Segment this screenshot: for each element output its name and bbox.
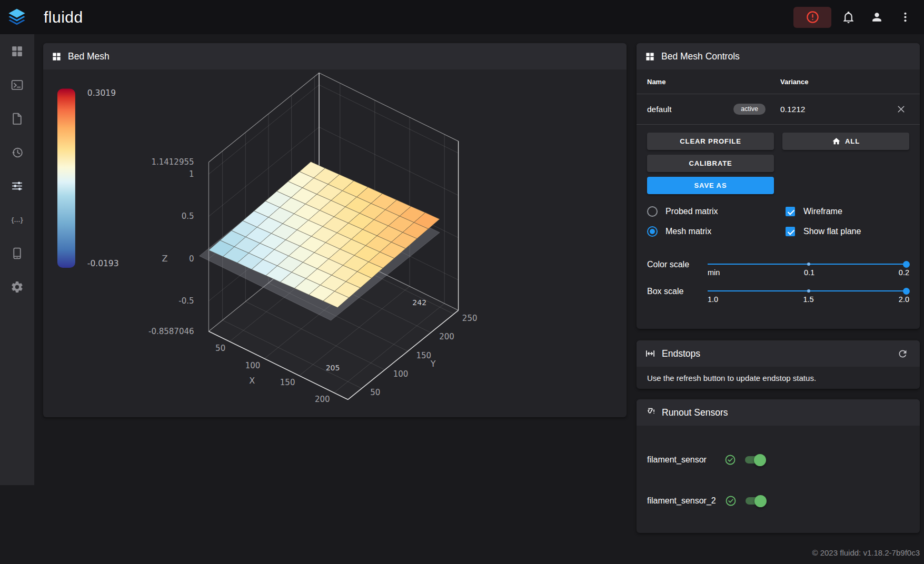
- refresh-endstops-button[interactable]: [893, 345, 911, 362]
- colorbar: 0.3019-0.0193: [57, 88, 119, 268]
- endstops-header: Endstops: [637, 340, 920, 367]
- profile-row[interactable]: default active 0.1212: [647, 94, 909, 124]
- runout-sensors-card: Runout Sensors filament_sensor filament_…: [637, 399, 920, 533]
- mesh-matrix-radio[interactable]: Mesh matrix: [647, 224, 785, 239]
- clear-profile-button[interactable]: CLEAR PROFILE: [647, 133, 774, 150]
- bed-mesh-card: Bed Mesh 0.3019-0.01931.141295510.50-0.5…: [43, 43, 627, 417]
- sidebar-item-device[interactable]: [0, 236, 34, 270]
- runout-sensors-title: Runout Sensors: [662, 407, 728, 418]
- svg-text:250: 250: [462, 314, 478, 323]
- svg-text:1.1412955: 1.1412955: [152, 157, 194, 167]
- sidebar-item-history[interactable]: [0, 135, 34, 169]
- sensor-toggle[interactable]: [746, 497, 764, 505]
- sensor-row: filament_sensor_2: [637, 480, 920, 521]
- bed-mesh-title: Bed Mesh: [68, 51, 110, 62]
- bed-mesh-plot[interactable]: 0.3019-0.01931.141295510.50-0.5-0.858704…: [43, 69, 627, 417]
- radio-icon: [647, 206, 658, 217]
- color-scale-row: Color scale min 0.1 0.2: [647, 259, 909, 277]
- profile-variance: 0.1212: [780, 105, 893, 114]
- box-scale-slider[interactable]: 1.0 1.5 2.0: [708, 286, 909, 304]
- show-flat-plane-checkbox[interactable]: Show flat plane: [785, 224, 909, 239]
- sidebar-item-macros[interactable]: {…}: [0, 203, 34, 236]
- slider-mid-tick: [807, 289, 810, 293]
- box-scale-label: Box scale: [647, 286, 708, 304]
- column-name: Name: [647, 78, 780, 86]
- dashboard-icon: [11, 45, 24, 58]
- color-scale-label: Color scale: [647, 259, 708, 277]
- svg-text:{…}: {…}: [11, 216, 23, 224]
- calibrate-button[interactable]: CALIBRATE: [647, 155, 774, 172]
- probed-matrix-radio[interactable]: Probed matrix: [647, 204, 785, 219]
- svg-text:200: 200: [315, 395, 330, 404]
- sensor-row: filament_sensor: [637, 439, 920, 480]
- svg-text:-0.5: -0.5: [178, 296, 194, 306]
- endstops-message: Use the refresh button to update endstop…: [637, 367, 920, 389]
- tune-icon: [11, 179, 24, 193]
- sidebar-item-settings[interactable]: [0, 270, 34, 304]
- profile-name: default: [647, 105, 672, 114]
- runout-sensors-header: Runout Sensors: [637, 399, 920, 426]
- device-icon: [11, 247, 24, 260]
- overflow-menu-button[interactable]: [893, 6, 917, 29]
- bed-mesh-controls-card: Bed Mesh Controls Name Variance default …: [637, 43, 920, 329]
- svg-text:-0.8587046: -0.8587046: [148, 327, 194, 336]
- sensor-toggle[interactable]: [745, 456, 764, 464]
- right-column: Bed Mesh Controls Name Variance default …: [637, 43, 920, 533]
- slider-thumb[interactable]: [903, 261, 910, 268]
- history-icon: [11, 146, 24, 159]
- save-as-button[interactable]: SAVE AS: [647, 177, 774, 194]
- account-icon: [870, 11, 883, 24]
- top-actions: [793, 6, 924, 29]
- slider-thumb[interactable]: [903, 288, 910, 295]
- svg-text:50: 50: [370, 388, 380, 397]
- grid-icon: [645, 52, 655, 62]
- endstops-icon: [645, 348, 655, 359]
- svg-text:0: 0: [189, 254, 194, 264]
- profiles-table-header: Name Variance: [647, 69, 909, 94]
- account-button[interactable]: [865, 6, 888, 29]
- endstops-card: Endstops Use the refresh button to updat…: [637, 340, 920, 389]
- svg-text:100: 100: [393, 369, 409, 379]
- endstops-title: Endstops: [662, 348, 700, 359]
- sensor-name: filament_sensor_2: [647, 496, 716, 506]
- wireframe-checkbox[interactable]: Wireframe: [785, 204, 909, 219]
- svg-text:150: 150: [416, 351, 432, 360]
- close-icon: [896, 104, 907, 115]
- checkbox-icon: [786, 227, 795, 236]
- notifications-button[interactable]: [837, 6, 860, 29]
- svg-text:0.3019: 0.3019: [87, 88, 116, 98]
- emergency-stop-button[interactable]: [793, 7, 831, 28]
- profile-active-badge: active: [733, 104, 766, 115]
- sensor-ok-icon: [724, 495, 737, 507]
- sensor-ok-icon: [724, 454, 737, 466]
- bell-icon: [842, 11, 855, 24]
- svg-text:242: 242: [412, 298, 426, 307]
- divider: [637, 124, 920, 125]
- settings-icon: [11, 280, 24, 294]
- jobs-icon: [11, 112, 24, 125]
- matrix-options: Probed matrix Wireframe Mesh matrix Show…: [647, 204, 909, 239]
- svg-text:-0.0193: -0.0193: [87, 259, 119, 268]
- svg-text:50: 50: [215, 344, 225, 353]
- svg-text:100: 100: [245, 361, 261, 370]
- sidebar-item-tune[interactable]: [0, 169, 34, 203]
- sidebar-item-console[interactable]: [0, 68, 34, 102]
- runout-sensor-icon: [645, 407, 655, 418]
- svg-text:X: X: [249, 376, 255, 386]
- console-icon: [11, 78, 24, 92]
- checkbox-icon: [786, 207, 795, 216]
- macros-icon: {…}: [11, 213, 24, 226]
- sidebar-item-dashboard[interactable]: [0, 34, 34, 68]
- color-scale-slider[interactable]: min 0.1 0.2: [708, 259, 909, 277]
- emergency-stop-icon: [806, 10, 820, 24]
- sidebar-item-jobs[interactable]: [0, 102, 34, 135]
- bed-mesh-card-header: Bed Mesh: [43, 43, 627, 69]
- dots-vertical-icon: [899, 11, 912, 24]
- svg-text:1: 1: [189, 169, 194, 179]
- remove-profile-button[interactable]: [893, 102, 908, 117]
- home-all-button[interactable]: ALL: [782, 133, 909, 150]
- sensor-name: filament_sensor: [647, 455, 716, 465]
- home-icon: [832, 137, 841, 146]
- fluidd-logo-icon[interactable]: [6, 6, 28, 28]
- svg-text:150: 150: [280, 378, 295, 387]
